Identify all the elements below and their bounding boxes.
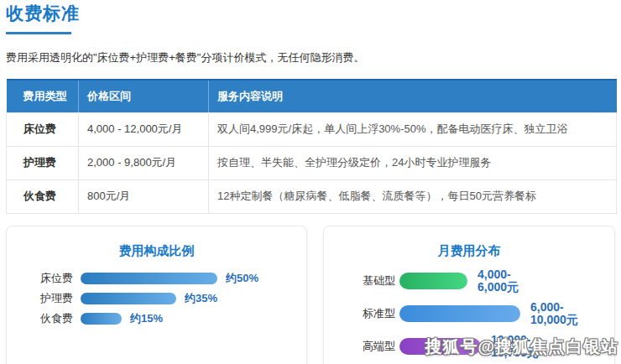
price-cell: 2,000 - 9,800元/月 — [79, 146, 209, 179]
bar-label: 伙食费 — [40, 311, 76, 326]
sohu-watermark: 搜狐号@搜狐焦点白银站 — [425, 335, 618, 358]
bar-label: 标准型 — [363, 306, 399, 321]
page-title: 收费标准 — [6, 2, 615, 25]
table-row: 伙食费 800元/月 12种定制餐（糖尿病餐、低脂餐、流质餐等），每日50元营养… — [7, 179, 617, 213]
monthly-dist-chart-title: 月费用分布 — [337, 243, 601, 259]
bar-basic-tier — [399, 273, 467, 289]
bar-row: 基础型 4,000- 6,000元 — [363, 273, 601, 289]
table-row: 床位费 4,000 - 12,000元/月 双人间4,999元/床起，单人间上浮… — [7, 112, 617, 146]
header-cell-service-desc: 服务内容说明 — [209, 80, 617, 112]
fee-type-cell: 床位费 — [7, 112, 79, 146]
bar-bed-fee — [81, 273, 217, 284]
bar-standard-tier — [399, 305, 520, 322]
bar-value-label: 4,000- 6,000元 — [477, 268, 519, 294]
bar-value-label: 约35% — [185, 291, 217, 306]
cost-ratio-card: 费用构成比例 床位费 约50% 护理费 约35% 伙食费 约15% — [6, 226, 307, 364]
bar-label: 高端型 — [363, 339, 399, 354]
bar-food-fee — [81, 313, 122, 325]
bar-nursing-fee — [81, 293, 176, 304]
bar-row: 床位费 约50% — [40, 273, 293, 284]
desc-cell: 双人间4,999元/床起，单人间上浮30%-50%，配备电动医疗床、独立卫浴 — [209, 112, 617, 146]
bar-row: 伙食费 约15% — [40, 313, 293, 325]
fee-table: 费用类型 价格区间 服务内容说明 床位费 4,000 - 12,000元/月 双… — [6, 79, 617, 214]
bar-value-label: 6,000- 10,000元 — [530, 301, 578, 326]
bar-row: 标准型 6,000- 10,000元 — [363, 305, 601, 322]
price-cell: 4,000 - 12,000元/月 — [79, 112, 209, 146]
table-row: 护理费 2,000 - 9,800元/月 按自理、半失能、全护理分级定价，24小… — [7, 146, 617, 179]
bar-value-label: 约15% — [130, 311, 163, 326]
desc-cell: 12种定制餐（糖尿病餐、低脂餐、流质餐等），每日50元营养餐标 — [209, 179, 617, 213]
bar-value-label: 约50% — [226, 271, 258, 286]
bar-label: 基础型 — [363, 273, 399, 289]
price-cell: 800元/月 — [79, 179, 209, 213]
title-underline — [6, 32, 71, 34]
desc-cell: 按自理、半失能、全护理分级定价，24小时专业护理服务 — [209, 146, 617, 179]
value-line2: 6,000元 — [477, 280, 519, 294]
cost-ratio-chart-title: 费用构成比例 — [20, 243, 293, 259]
intro-text: 费用采用透明化的"床位费+护理费+餐费"分项计价模式，无任何隐形消费。 — [6, 50, 615, 65]
header-cell-fee-type: 费用类型 — [7, 80, 79, 112]
value-line2: 10,000元 — [530, 313, 578, 326]
bar-label: 床位费 — [40, 271, 76, 286]
bar-label: 护理费 — [40, 291, 76, 306]
bar-row: 护理费 约35% — [40, 293, 293, 304]
value-line1: 4,000- — [477, 268, 511, 281]
fee-type-cell: 护理费 — [7, 146, 79, 179]
cost-ratio-chart: 床位费 约50% 护理费 约35% 伙食费 约15% — [20, 273, 293, 325]
article-section: 收费标准 费用采用透明化的"床位费+护理费+餐费"分项计价模式，无任何隐形消费。… — [0, 0, 621, 364]
fee-type-cell: 伙食费 — [7, 179, 79, 213]
fee-table-header-row: 费用类型 价格区间 服务内容说明 — [7, 80, 617, 112]
header-cell-price-range: 价格区间 — [79, 80, 209, 112]
value-line1: 6,000- — [530, 300, 564, 314]
